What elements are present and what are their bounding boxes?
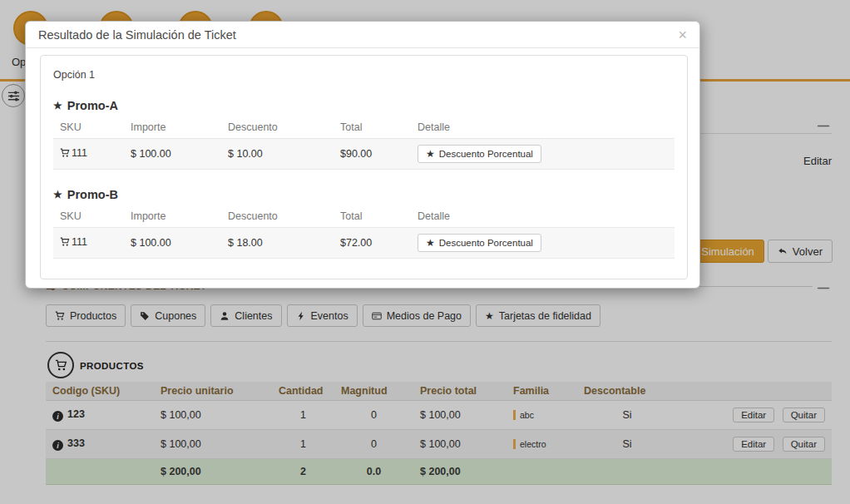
promo-detalle-cell: ★ Descuento Porcentual [411,228,675,259]
promo-detalle-cell: ★ Descuento Porcentual [411,139,675,170]
promo-name-label: Promo-A [67,99,118,112]
discount-detail-button[interactable]: ★ Descuento Porcentual [418,234,541,252]
col-descuento: Descuento [221,205,334,228]
col-total: Total [334,205,411,228]
promo-total-cell: $90.00 [334,139,411,170]
promo-block: ★ Promo-B SKU Importe Descuento Total De… [53,188,675,259]
col-total: Total [334,116,411,139]
promo-block: ★ Promo-A SKU Importe Descuento Total De… [53,99,675,170]
promo-name-label: Promo-B [67,188,118,201]
modal-body: Opción 1 ★ Promo-A SKU Importe Desc [26,48,699,288]
close-icon[interactable]: × [678,27,687,42]
screen: Opciones — Editar Simulación [0,0,850,504]
discount-detail-button[interactable]: ★ Descuento Porcentual [418,145,541,163]
promo-sku-cell: 111 [53,139,124,170]
promo-descuento-cell: $ 10.00 [221,139,334,170]
col-descuento: Descuento [221,116,334,139]
cart-icon [60,237,70,247]
cart-icon [60,148,70,158]
modal-title: Resultado de la Simulación de Ticket [38,28,236,42]
col-sku: SKU [53,116,124,139]
star-icon: ★ [53,100,62,111]
col-importe: Importe [124,116,221,139]
promo-heading: ★ Promo-B [53,188,675,201]
promo-table-header-row: SKU Importe Descuento Total Detalle [53,116,675,139]
col-detalle: Detalle [411,116,675,139]
promo-row: 111 $ 100.00 $ 18.00 $72.00 ★ Descuento [53,228,675,259]
promo-table-header-row: SKU Importe Descuento Total Detalle [53,205,675,228]
promo-importe-cell: $ 100.00 [124,139,221,170]
simulation-result-modal: Resultado de la Simulación de Ticket × O… [25,21,700,289]
col-detalle: Detalle [411,205,675,228]
simulation-option-card: Opción 1 ★ Promo-A SKU Importe Desc [40,55,688,279]
star-icon: ★ [426,237,435,249]
star-icon: ★ [426,148,435,160]
promo-table: SKU Importe Descuento Total Detalle [53,205,675,259]
modal-header: Resultado de la Simulación de Ticket × [26,22,699,48]
discount-detail-label: Descuento Porcentual [439,149,533,159]
promo-total-cell: $72.00 [334,228,411,259]
star-icon: ★ [53,189,62,200]
promo-table: SKU Importe Descuento Total Detalle [53,116,675,170]
promo-heading: ★ Promo-A [53,99,675,112]
promo-importe-cell: $ 100.00 [124,228,221,259]
promo-row: 111 $ 100.00 $ 10.00 $90.00 ★ Descuento [53,139,675,170]
promo-descuento-cell: $ 18.00 [221,228,334,259]
promo-sku-cell: 111 [53,228,124,259]
col-importe: Importe [124,205,221,228]
col-sku: SKU [53,205,124,228]
option-label: Opción 1 [53,69,675,81]
discount-detail-label: Descuento Porcentual [439,238,533,248]
